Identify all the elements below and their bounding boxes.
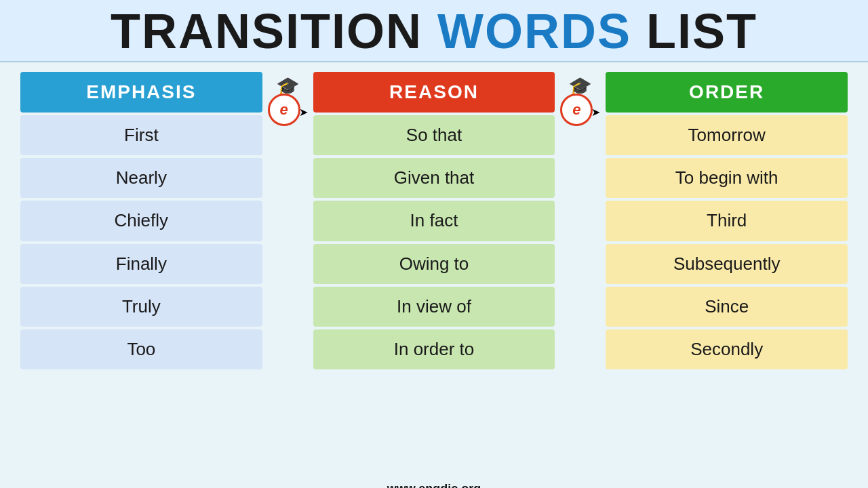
list-item: Too bbox=[20, 329, 262, 369]
list-item: Third bbox=[606, 201, 848, 241]
logo-row-2: e ➤ bbox=[560, 96, 600, 126]
list-item: Owing to bbox=[313, 244, 555, 284]
title-part2: WORDS bbox=[437, 4, 631, 58]
order-column: ORDER Tomorrow To begin with Third Subse… bbox=[606, 72, 848, 372]
list-item: In order to bbox=[313, 329, 555, 369]
list-item: Since bbox=[606, 287, 848, 327]
logo-row: e ➤ bbox=[268, 96, 308, 126]
arrow-icon: ➤ bbox=[299, 106, 308, 119]
list-item: Tomorrow bbox=[606, 115, 848, 155]
page-header: TRANSITION WORDS LIST bbox=[0, 0, 868, 62]
footer: www.engdic.org bbox=[0, 479, 868, 488]
list-item: First bbox=[20, 115, 262, 155]
separator-1: 🎓 e ➤ bbox=[262, 72, 313, 126]
page-title: TRANSITION WORDS LIST bbox=[0, 7, 868, 56]
list-item: Chiefly bbox=[20, 201, 262, 241]
logo-circle: e bbox=[268, 94, 300, 126]
list-item: Secondly bbox=[606, 329, 848, 369]
emphasis-header: EMPHASIS bbox=[20, 72, 262, 113]
list-item: Nearly bbox=[20, 158, 262, 198]
list-item: In fact bbox=[313, 201, 555, 241]
logo-circle-2: e bbox=[560, 94, 593, 126]
list-item: So that bbox=[313, 115, 555, 155]
list-item: In view of bbox=[313, 287, 555, 327]
engdic-logo-1: 🎓 e ➤ bbox=[268, 77, 308, 126]
main-content: EMPHASIS First Nearly Chiefly Finally Tr… bbox=[0, 62, 868, 479]
order-header: ORDER bbox=[606, 72, 848, 113]
list-item: Finally bbox=[20, 244, 262, 284]
emphasis-column: EMPHASIS First Nearly Chiefly Finally Tr… bbox=[20, 72, 262, 372]
list-item: Truly bbox=[20, 287, 262, 327]
website-url: www.engdic.org bbox=[387, 482, 481, 488]
title-part1: TRANSITION bbox=[111, 4, 437, 58]
list-item: Subsequently bbox=[606, 244, 848, 284]
list-item: Given that bbox=[313, 158, 555, 198]
separator-2: 🎓 e ➤ bbox=[555, 72, 606, 126]
list-item: To begin with bbox=[606, 158, 848, 198]
columns-wrapper: EMPHASIS First Nearly Chiefly Finally Tr… bbox=[20, 72, 848, 372]
logo-e-letter-2: e bbox=[572, 101, 580, 119]
arrow-icon-2: ➤ bbox=[591, 106, 600, 119]
title-part3: LIST bbox=[631, 4, 757, 58]
reason-column: REASON So that Given that In fact Owing … bbox=[313, 72, 555, 372]
logo-e-letter: e bbox=[280, 101, 288, 119]
reason-header: REASON bbox=[313, 72, 555, 113]
engdic-logo-2: 🎓 e ➤ bbox=[560, 77, 600, 126]
